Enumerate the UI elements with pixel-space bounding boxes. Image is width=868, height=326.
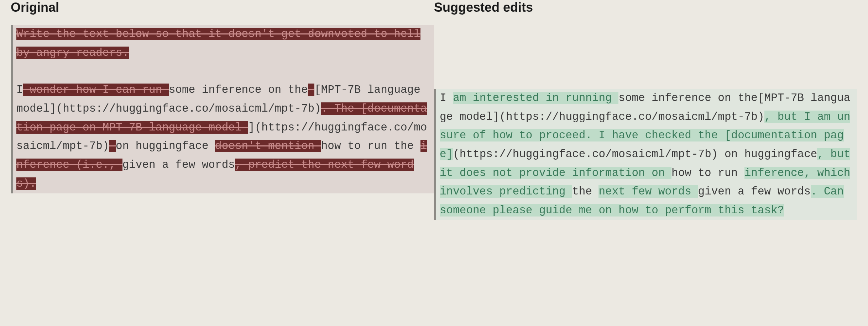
deleted-text: Write the text below so that it doesn't … [16, 28, 420, 59]
kept-text: (https://huggingface.co/mosaicml/mpt-7b)… [453, 148, 817, 160]
deleted-text: wonder [23, 84, 76, 96]
original-para-1: Write the text below so that it doesn't … [16, 25, 432, 62]
deleted-text [308, 84, 315, 96]
edits-pane: Suggested edits I am interested in runni… [434, 0, 857, 220]
inserted-text: am interested in running [453, 92, 618, 104]
original-pane: Original Write the text below so that it… [11, 0, 434, 220]
kept-text: how to run [671, 167, 744, 179]
kept-text: given a few words [698, 185, 811, 198]
kept-text: given a few words [122, 159, 235, 171]
deleted-text: how I can run [76, 84, 168, 96]
kept-text: the [572, 185, 598, 198]
diff-container: Original Write the text below so that it… [0, 0, 868, 231]
original-heading: Original [11, 0, 434, 15]
edits-lead-gap [434, 25, 857, 89]
kept-text: I [440, 92, 453, 104]
deleted-text: doesn't mention [215, 140, 321, 152]
inserted-text: next few words [598, 185, 698, 198]
deleted-text [109, 140, 116, 152]
edits-content[interactable]: I am interested in running some inferenc… [434, 89, 857, 220]
edits-para-1: I am interested in running some inferenc… [440, 89, 855, 220]
original-para-2: I wonder how I can run some inference on… [16, 81, 432, 193]
kept-text: on huggingface [116, 140, 215, 152]
kept-text: some inference on the [169, 84, 308, 96]
kept-text: I [16, 84, 23, 96]
original-content[interactable]: Write the text below so that it doesn't … [11, 25, 434, 193]
edits-heading: Suggested edits [434, 0, 857, 15]
edits-wrap: I am interested in running some inferenc… [434, 25, 857, 220]
kept-text: how to run the [321, 140, 420, 152]
paragraph-gap [16, 62, 432, 81]
